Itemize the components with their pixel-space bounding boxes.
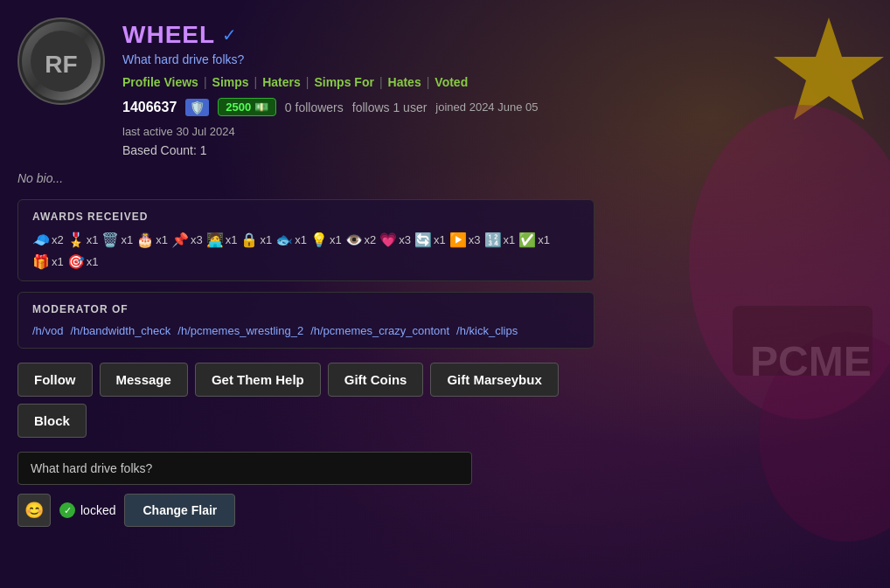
award-count: x1	[504, 233, 516, 246]
award-count: x1	[260, 233, 272, 246]
award-item: 👁️x2	[345, 232, 377, 248]
award-emoji: 🔄	[414, 232, 432, 248]
shield-badge: 🛡️	[185, 99, 209, 116]
svg-text:RF: RF	[45, 51, 77, 78]
award-emoji: 🎂	[136, 232, 154, 248]
based-count: Based Count: 1	[122, 143, 594, 157]
join-date: joined 2024 June 05	[435, 100, 538, 114]
followers-text: 0 followers	[285, 100, 344, 114]
award-item: 🎂x1	[136, 232, 168, 248]
status-input[interactable]	[17, 452, 472, 485]
award-emoji: ▶️	[449, 232, 467, 248]
award-count: x1	[226, 233, 238, 246]
award-count: x1	[121, 233, 133, 246]
award-item: 🔢x1	[484, 232, 516, 248]
award-emoji: 🐟	[275, 232, 293, 248]
award-item: 🎁x1	[32, 253, 64, 270]
avatar-image: RF	[22, 22, 101, 100]
stats-row: 1406637 🛡️ 2500 💵 0 followers follows 1 …	[122, 98, 594, 138]
award-emoji: 🎁	[32, 253, 50, 270]
tagline: What hard drive folks?	[122, 52, 594, 66]
mod-community-link[interactable]: /h/pcmemes_crazy_contont	[310, 324, 449, 337]
award-item: 💡x1	[310, 232, 342, 248]
verified-icon: ✓	[222, 24, 237, 45]
award-count: x1	[87, 233, 99, 246]
award-count: x3	[191, 233, 203, 246]
award-emoji: 🎯	[67, 253, 85, 270]
mod-community-link[interactable]: /h/kick_clips	[456, 324, 518, 337]
score-number: 1406637	[122, 100, 177, 115]
main-content: RF WHEEL ✓ What hard drive folks? Profil…	[0, 0, 612, 544]
locked-label: locked	[80, 503, 115, 517]
award-emoji: 🧑‍💻	[206, 232, 224, 248]
award-emoji: 💗	[379, 232, 397, 248]
mod-community-link[interactable]: /h/vod	[32, 324, 63, 337]
nav-voted[interactable]: Voted	[435, 75, 468, 89]
bio-text: No bio...	[17, 171, 594, 185]
award-count: x1	[52, 255, 64, 268]
award-emoji: 🧢	[32, 232, 50, 248]
award-emoji: ✅	[518, 232, 536, 248]
award-emoji: 🎖️	[67, 232, 85, 248]
award-item: 🔒x1	[240, 232, 272, 248]
awards-grid: 🧢x2🎖️x1🗑️x1🎂x1📌x3🧑‍💻x1🔒x1🐟x1💡x1👁️x2💗x3🔄x…	[32, 232, 580, 270]
awards-title: AWARDS RECEIVED	[32, 211, 580, 223]
header-row: RF WHEEL ✓ What hard drive folks? Profil…	[17, 17, 594, 164]
get-them-help-button[interactable]: Get Them Help	[195, 363, 321, 397]
nav-simps[interactable]: Simps	[212, 75, 249, 89]
nav-haters[interactable]: Haters	[262, 75, 301, 89]
flair-row: 😊 ✓ locked Change Flair	[17, 494, 594, 527]
coins-icon: 💵	[254, 100, 268, 114]
emoji-picker-button[interactable]: 😊	[17, 494, 51, 527]
award-emoji: 🗑️	[101, 232, 119, 248]
award-item: ✅x1	[518, 232, 550, 248]
award-count: x1	[87, 255, 99, 268]
username: WHEEL	[122, 21, 215, 49]
change-flair-button[interactable]: Change Flair	[124, 494, 235, 527]
follow-button[interactable]: Follow	[17, 363, 93, 397]
nav-profile-views[interactable]: Profile Views	[122, 75, 198, 89]
award-item: 📌x3	[171, 232, 203, 248]
award-emoji: 📌	[171, 232, 189, 248]
locked-badge: ✓ locked	[59, 502, 115, 518]
locked-check-icon: ✓	[59, 502, 75, 518]
block-button[interactable]: Block	[17, 404, 87, 438]
award-item: 🎯x1	[67, 253, 99, 270]
nav-hates[interactable]: Hates	[388, 75, 421, 89]
award-item: 💗x3	[379, 232, 411, 248]
status-row	[17, 452, 594, 485]
award-emoji: 🔒	[240, 232, 258, 248]
last-active: last active 30 Jul 2024	[122, 125, 235, 138]
award-count: x1	[330, 233, 342, 246]
coins-value: 2500	[226, 100, 251, 114]
award-count: x2	[365, 233, 377, 246]
gift-marseybux-button[interactable]: Gift Marseybux	[430, 363, 558, 397]
award-item: ▶️x3	[449, 232, 481, 248]
award-item: 🧑‍💻x1	[206, 232, 238, 248]
award-item: 🧢x2	[32, 232, 64, 248]
award-item: 🎖️x1	[67, 232, 99, 248]
mod-links: /h/vod/h/bandwidth_check/h/pcmemes_wrest…	[32, 324, 580, 337]
action-buttons: Follow Message Get Them Help Gift Coins …	[17, 363, 594, 438]
award-item: 🔄x1	[414, 232, 446, 248]
gift-coins-button[interactable]: Gift Coins	[328, 363, 424, 397]
award-item: 🐟x1	[275, 232, 307, 248]
moderator-title: MODERATOR OF	[32, 303, 580, 315]
award-count: x1	[538, 233, 550, 246]
follows-text: follows 1 user	[352, 100, 428, 114]
award-count: x1	[156, 233, 168, 246]
profile-info: WHEEL ✓ What hard drive folks? Profile V…	[122, 17, 594, 164]
award-item: 🗑️x1	[101, 232, 133, 248]
award-count: x2	[52, 233, 64, 246]
coins-badge: 2500 💵	[218, 98, 276, 116]
award-count: x3	[399, 233, 411, 246]
award-emoji: 💡	[310, 232, 328, 248]
message-button[interactable]: Message	[100, 363, 188, 397]
awards-box: AWARDS RECEIVED 🧢x2🎖️x1🗑️x1🎂x1📌x3🧑‍💻x1🔒x…	[17, 199, 594, 281]
nav-simps-for[interactable]: Simps For	[314, 75, 373, 89]
moderator-box: MODERATOR OF /h/vod/h/bandwidth_check/h/…	[17, 292, 594, 349]
mod-community-link[interactable]: /h/pcmemes_wrestling_2	[177, 324, 303, 337]
nav-links: Profile Views | Simps | Haters | Simps F…	[122, 75, 594, 89]
mod-community-link[interactable]: /h/bandwidth_check	[70, 324, 170, 337]
award-count: x1	[295, 233, 307, 246]
